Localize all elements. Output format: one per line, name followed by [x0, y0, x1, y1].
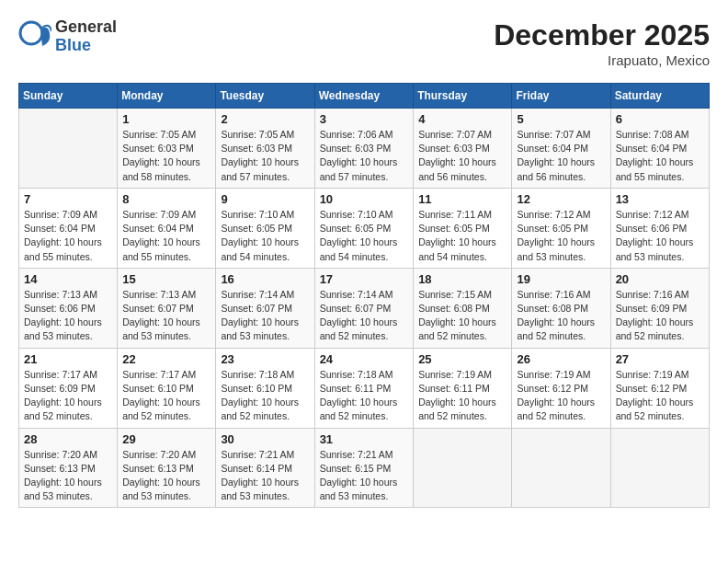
- day-number: 16: [221, 272, 309, 286]
- calendar-cell: 8Sunrise: 7:09 AM Sunset: 6:04 PM Daylig…: [118, 188, 216, 268]
- day-number: 4: [418, 112, 506, 126]
- calendar-cell: 18Sunrise: 7:15 AM Sunset: 6:08 PM Dayli…: [414, 268, 512, 348]
- day-number: 2: [221, 112, 309, 126]
- calendar-cell: 12Sunrise: 7:12 AM Sunset: 6:05 PM Dayli…: [512, 188, 610, 268]
- weekday-row: SundayMondayTuesdayWednesdayThursdayFrid…: [19, 84, 710, 109]
- calendar-cell: 22Sunrise: 7:17 AM Sunset: 6:10 PM Dayli…: [118, 348, 216, 428]
- calendar-cell: 26Sunrise: 7:19 AM Sunset: 6:12 PM Dayli…: [512, 348, 610, 428]
- day-number: 21: [24, 352, 112, 366]
- svg-point-0: [20, 22, 42, 44]
- calendar-cell: 15Sunrise: 7:13 AM Sunset: 6:07 PM Dayli…: [118, 268, 216, 348]
- day-number: 6: [616, 112, 704, 126]
- calendar-cell: 14Sunrise: 7:13 AM Sunset: 6:06 PM Dayli…: [19, 268, 118, 348]
- day-number: 20: [616, 272, 704, 286]
- weekday-header: Tuesday: [216, 84, 314, 109]
- month-title: December 2025: [494, 18, 710, 52]
- day-info: Sunrise: 7:19 AM Sunset: 6:12 PM Dayligh…: [517, 368, 605, 424]
- calendar-cell: 28Sunrise: 7:20 AM Sunset: 6:13 PM Dayli…: [19, 428, 118, 508]
- day-info: Sunrise: 7:21 AM Sunset: 6:14 PM Dayligh…: [221, 448, 309, 504]
- calendar-cell: 24Sunrise: 7:18 AM Sunset: 6:11 PM Dayli…: [314, 348, 414, 428]
- calendar-week-row: 1Sunrise: 7:05 AM Sunset: 6:03 PM Daylig…: [19, 109, 710, 189]
- calendar-cell: 1Sunrise: 7:05 AM Sunset: 6:03 PM Daylig…: [118, 109, 216, 189]
- day-number: 28: [24, 432, 112, 446]
- day-number: 19: [517, 272, 605, 286]
- calendar-cell: 2Sunrise: 7:05 AM Sunset: 6:03 PM Daylig…: [216, 109, 314, 189]
- day-info: Sunrise: 7:10 AM Sunset: 6:05 PM Dayligh…: [320, 208, 409, 264]
- day-info: Sunrise: 7:12 AM Sunset: 6:05 PM Dayligh…: [517, 208, 605, 264]
- logo-icon: [18, 20, 51, 53]
- calendar-cell: 17Sunrise: 7:14 AM Sunset: 6:07 PM Dayli…: [314, 268, 414, 348]
- day-info: Sunrise: 7:14 AM Sunset: 6:07 PM Dayligh…: [320, 288, 409, 344]
- weekday-header: Monday: [118, 84, 216, 109]
- day-info: Sunrise: 7:14 AM Sunset: 6:07 PM Dayligh…: [221, 288, 309, 344]
- calendar-cell: 10Sunrise: 7:10 AM Sunset: 6:05 PM Dayli…: [314, 188, 414, 268]
- day-number: 23: [221, 352, 309, 366]
- weekday-header: Wednesday: [314, 84, 414, 109]
- day-info: Sunrise: 7:05 AM Sunset: 6:03 PM Dayligh…: [122, 128, 210, 184]
- calendar-cell: 23Sunrise: 7:18 AM Sunset: 6:10 PM Dayli…: [216, 348, 314, 428]
- day-number: 25: [418, 352, 506, 366]
- day-info: Sunrise: 7:06 AM Sunset: 6:03 PM Dayligh…: [320, 128, 409, 184]
- day-info: Sunrise: 7:08 AM Sunset: 6:04 PM Dayligh…: [616, 128, 704, 184]
- day-number: 3: [320, 112, 409, 126]
- day-info: Sunrise: 7:19 AM Sunset: 6:12 PM Dayligh…: [616, 368, 704, 424]
- weekday-header: Saturday: [610, 84, 709, 109]
- day-number: 31: [320, 432, 409, 446]
- day-number: 8: [122, 192, 210, 206]
- calendar-cell: 13Sunrise: 7:12 AM Sunset: 6:06 PM Dayli…: [610, 188, 709, 268]
- day-number: 29: [122, 432, 210, 446]
- day-info: Sunrise: 7:17 AM Sunset: 6:09 PM Dayligh…: [24, 368, 112, 424]
- calendar-header: SundayMondayTuesdayWednesdayThursdayFrid…: [19, 84, 710, 109]
- day-info: Sunrise: 7:20 AM Sunset: 6:13 PM Dayligh…: [24, 448, 112, 504]
- calendar-cell: 11Sunrise: 7:11 AM Sunset: 6:05 PM Dayli…: [414, 188, 512, 268]
- logo-blue: Blue: [55, 37, 117, 55]
- page-header: General Blue December 2025 Irapuato, Mex…: [18, 18, 710, 68]
- calendar-body: 1Sunrise: 7:05 AM Sunset: 6:03 PM Daylig…: [19, 109, 710, 508]
- weekday-header: Friday: [512, 84, 610, 109]
- day-number: 13: [616, 192, 704, 206]
- calendar-cell: 6Sunrise: 7:08 AM Sunset: 6:04 PM Daylig…: [610, 109, 709, 189]
- day-number: 7: [24, 192, 112, 206]
- day-number: 10: [320, 192, 409, 206]
- day-number: 26: [517, 352, 605, 366]
- day-info: Sunrise: 7:17 AM Sunset: 6:10 PM Dayligh…: [122, 368, 210, 424]
- calendar-cell: 29Sunrise: 7:20 AM Sunset: 6:13 PM Dayli…: [118, 428, 216, 508]
- day-number: 11: [418, 192, 506, 206]
- day-number: 1: [122, 112, 210, 126]
- day-info: Sunrise: 7:20 AM Sunset: 6:13 PM Dayligh…: [122, 448, 210, 504]
- location: Irapuato, Mexico: [494, 52, 710, 68]
- calendar-cell: [19, 109, 118, 189]
- day-info: Sunrise: 7:07 AM Sunset: 6:04 PM Dayligh…: [517, 128, 605, 184]
- calendar-cell: 21Sunrise: 7:17 AM Sunset: 6:09 PM Dayli…: [19, 348, 118, 428]
- day-info: Sunrise: 7:13 AM Sunset: 6:07 PM Dayligh…: [122, 288, 210, 344]
- day-info: Sunrise: 7:07 AM Sunset: 6:03 PM Dayligh…: [418, 128, 506, 184]
- day-info: Sunrise: 7:18 AM Sunset: 6:10 PM Dayligh…: [221, 368, 309, 424]
- calendar-cell: [610, 428, 709, 508]
- weekday-header: Thursday: [414, 84, 512, 109]
- calendar-cell: 27Sunrise: 7:19 AM Sunset: 6:12 PM Dayli…: [610, 348, 709, 428]
- day-info: Sunrise: 7:09 AM Sunset: 6:04 PM Dayligh…: [122, 208, 210, 264]
- logo-general: General: [55, 18, 117, 37]
- day-number: 12: [517, 192, 605, 206]
- calendar-cell: [414, 428, 512, 508]
- day-number: 22: [122, 352, 210, 366]
- logo-text: General Blue: [55, 18, 117, 55]
- calendar-cell: 16Sunrise: 7:14 AM Sunset: 6:07 PM Dayli…: [216, 268, 314, 348]
- day-number: 30: [221, 432, 309, 446]
- day-number: 5: [517, 112, 605, 126]
- day-info: Sunrise: 7:21 AM Sunset: 6:15 PM Dayligh…: [320, 448, 409, 504]
- calendar-cell: 5Sunrise: 7:07 AM Sunset: 6:04 PM Daylig…: [512, 109, 610, 189]
- day-number: 17: [320, 272, 409, 286]
- calendar-cell: 19Sunrise: 7:16 AM Sunset: 6:08 PM Dayli…: [512, 268, 610, 348]
- day-info: Sunrise: 7:15 AM Sunset: 6:08 PM Dayligh…: [418, 288, 506, 344]
- day-info: Sunrise: 7:11 AM Sunset: 6:05 PM Dayligh…: [418, 208, 506, 264]
- day-number: 24: [320, 352, 409, 366]
- calendar-cell: 25Sunrise: 7:19 AM Sunset: 6:11 PM Dayli…: [414, 348, 512, 428]
- day-number: 15: [122, 272, 210, 286]
- calendar-cell: 31Sunrise: 7:21 AM Sunset: 6:15 PM Dayli…: [314, 428, 414, 508]
- logo: General Blue: [18, 18, 117, 55]
- day-number: 18: [418, 272, 506, 286]
- calendar-week-row: 7Sunrise: 7:09 AM Sunset: 6:04 PM Daylig…: [19, 188, 710, 268]
- day-info: Sunrise: 7:13 AM Sunset: 6:06 PM Dayligh…: [24, 288, 112, 344]
- day-info: Sunrise: 7:09 AM Sunset: 6:04 PM Dayligh…: [24, 208, 112, 264]
